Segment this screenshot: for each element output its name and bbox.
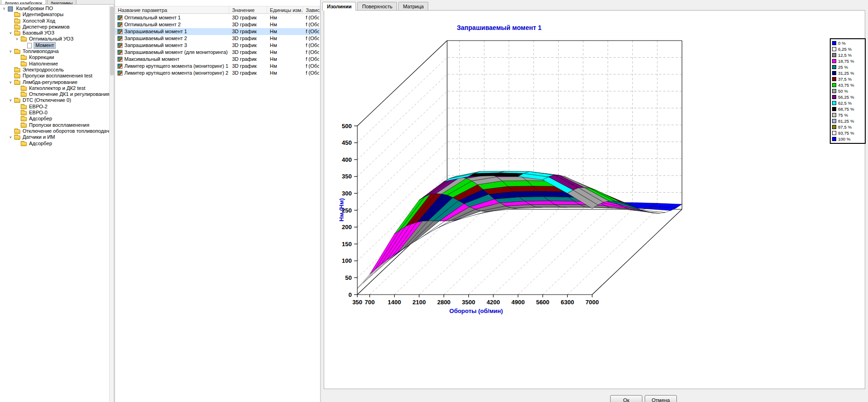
cell-dep: f (Обо	[306, 70, 319, 77]
legend-item: 75 %	[832, 112, 863, 118]
cancel-button[interactable]: Отмена	[645, 395, 677, 402]
tree-item[interactable]: ∨Оптимальный УОЗ	[0, 36, 110, 42]
tree-item[interactable]: Наполнение	[0, 61, 110, 67]
tree-item[interactable]: ∨Лямбда-регулирование	[0, 79, 110, 85]
expander-icon[interactable]: ∨	[8, 49, 13, 54]
tree-item-label: Оптимальный УОЗ	[28, 36, 75, 42]
y-tick-label: 100	[342, 257, 352, 264]
ok-button[interactable]: Ок	[610, 395, 642, 402]
cell-units: Нм	[270, 28, 302, 35]
table-row[interactable]: Оптимальный момент 13D графикНмf (Обо	[115, 14, 320, 21]
folder-icon	[14, 130, 20, 134]
tree-item-label: Адсорбер	[28, 116, 53, 122]
grid-line	[444, 41, 534, 295]
folder-icon	[21, 56, 27, 60]
tree-item[interactable]: ∨DTC (Отключение 0)	[0, 97, 110, 103]
expander-icon[interactable]: ∨	[8, 135, 13, 140]
tree-item[interactable]: Электродроссель	[0, 67, 110, 73]
tree-item[interactable]: ∨Топливоподача	[0, 48, 110, 54]
tree-item-label: Калибровки ПО	[15, 6, 54, 12]
cell-dep: f (Обо	[306, 49, 319, 56]
tree-item[interactable]: Идентификаторы	[0, 12, 110, 18]
x-tick-label: 700	[365, 299, 375, 306]
left-tab[interactable]: Дерево калибровок	[1, 0, 46, 4]
column-header-dep[interactable]: Завис...	[303, 6, 320, 14]
tree-item-label: Электродроссель	[21, 67, 65, 73]
expander-icon[interactable]: ∨	[8, 80, 13, 85]
tree-item[interactable]: Коррекции	[0, 54, 110, 60]
legend: 0 %6,25 %12,5 %18,75 %25 %31,25 %37,5 %4…	[830, 38, 866, 144]
table-row[interactable]: Запрашиваемый момент (для мониторинга)3D…	[115, 49, 320, 56]
tree-item[interactable]: Момент	[0, 42, 110, 48]
expander-icon[interactable]: ∨	[2, 6, 6, 11]
table-row[interactable]: Лимитер крутящего момента (мониторинг) 1…	[115, 63, 320, 70]
tree-item[interactable]: Отключение оборотов топливоподачи	[0, 128, 110, 134]
axis-line	[357, 41, 447, 126]
legend-label: 6,25 %	[838, 47, 852, 52]
grid-line	[518, 41, 608, 295]
grid-line	[493, 41, 583, 295]
folder-icon	[14, 74, 20, 78]
tree-item[interactable]: Адсорбер	[0, 141, 110, 147]
y-tick-label: 400	[342, 156, 352, 163]
column-header-name[interactable]: Название параметра	[115, 6, 229, 14]
y-tick-label: 500	[342, 123, 352, 130]
tree-item-label: ЕВРО-2	[28, 104, 49, 110]
cell-units: Нм	[270, 63, 302, 70]
column-header-value[interactable]: Значение	[229, 6, 267, 14]
folder-icon	[14, 81, 20, 85]
expander-icon[interactable]: ∨	[8, 98, 13, 103]
tree-item[interactable]: Холостой Ход	[0, 18, 110, 24]
cell-units: Нм	[270, 56, 302, 63]
folder-icon	[14, 19, 20, 24]
tree-item[interactable]: Адсорбер	[0, 116, 110, 122]
table-row[interactable]: Максимальный момент3D графикНмf (Обо	[115, 56, 320, 63]
cell-dep: f (Обо	[306, 42, 319, 49]
cell-value: 3D график	[232, 63, 266, 70]
cell-units: Нм	[270, 14, 302, 21]
table-row[interactable]: Запрашиваемый момент 33D графикНмf (Обо	[115, 42, 320, 49]
left-tab[interactable]: Диаграммы	[47, 0, 76, 4]
tree-item[interactable]: Диспетчер режимов	[0, 24, 110, 30]
table-row[interactable]: Оптимальный момент 23D графикНмf (Обо	[115, 21, 320, 28]
folder-icon	[14, 99, 20, 103]
table-row[interactable]: Лимитер крутящего момента (мониторинг) 2…	[115, 70, 320, 77]
tree-item[interactable]: Катколлектор и ДК2 test	[0, 85, 110, 91]
y-tick-label: 150	[342, 241, 352, 248]
tree-item[interactable]: ∨Калибровки ПО	[0, 6, 110, 12]
tree-scrollbar[interactable]	[109, 6, 114, 402]
tab-isolines[interactable]: Изолинии	[322, 2, 356, 11]
torque-3d-chart[interactable]: 0501001502002503003504004505003507001400…	[324, 11, 865, 389]
legend-color-swatch	[832, 107, 836, 111]
legend-color-swatch	[832, 83, 836, 87]
column-header-units[interactable]: Единицы изм...	[267, 6, 303, 14]
tree-item[interactable]: Пропуски воспламенения	[0, 122, 110, 128]
tree-item[interactable]: Отключение ДК1 и регулирования	[0, 91, 110, 97]
x-tick-label: 2100	[413, 299, 426, 306]
tree-item[interactable]: ∨Базовый УОЗ	[0, 30, 110, 36]
scrollbar-thumb[interactable]	[110, 6, 114, 76]
cell-value: 3D график	[232, 14, 266, 21]
param-3d-icon	[117, 43, 122, 48]
legend-item: 18,75 %	[832, 58, 863, 64]
expander-icon[interactable]: ∨	[8, 30, 13, 35]
folder-icon	[14, 68, 20, 72]
tab-surface[interactable]: Поверхность	[357, 2, 397, 10]
tree-item-label: Лямбда-регулирование	[21, 79, 79, 85]
table-row[interactable]: Запрашиваемый момент 13D графикНмf (Обо	[115, 28, 320, 35]
x-tick-label: 2800	[437, 299, 450, 306]
legend-item: 12,5 %	[832, 52, 863, 58]
parameter-table-panel: Название параметраЗначениеЕдиницы изм...…	[115, 0, 320, 402]
tree-item-label: Пропуски воспламенения	[28, 122, 91, 128]
cell-name: Оптимальный момент 1	[124, 14, 228, 21]
tree-item[interactable]: Пропуски воспламенения test	[0, 73, 110, 79]
tree-item[interactable]: ЕВРО-0	[0, 110, 110, 116]
tree-item[interactable]: ∨Датчики и ИМ	[0, 134, 110, 140]
table-row[interactable]: Запрашиваемый момент 23D графикНмf (Обо	[115, 35, 320, 42]
tree-item[interactable]: ЕВРО-2	[0, 104, 110, 110]
tab-matrix[interactable]: Матрица	[398, 2, 428, 10]
expander-icon[interactable]: ∨	[15, 36, 19, 41]
param-3d-icon	[117, 29, 122, 34]
cell-name: Максимальный момент	[124, 56, 228, 63]
grid-line	[543, 41, 633, 295]
